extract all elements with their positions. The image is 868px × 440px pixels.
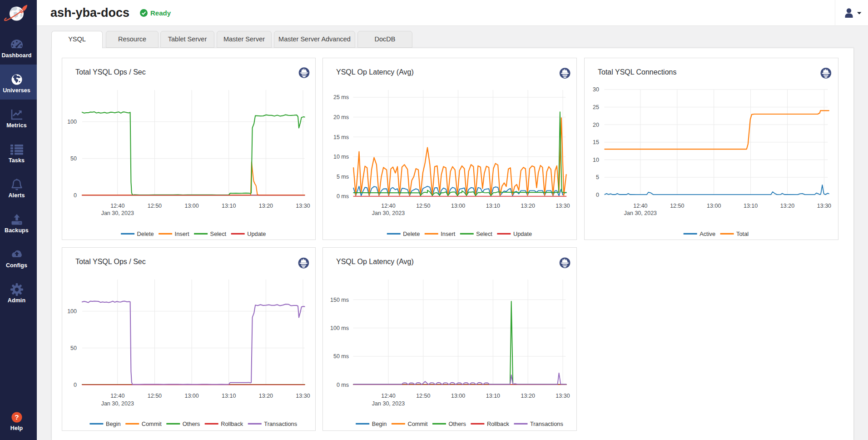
svg-text:13:10: 13:10 xyxy=(744,203,758,209)
svg-text:Delete: Delete xyxy=(403,230,420,237)
svg-text:30: 30 xyxy=(593,86,599,93)
svg-text:Total: Total xyxy=(736,230,749,237)
svg-text:10: 10 xyxy=(593,157,599,163)
svg-text:150 ms: 150 ms xyxy=(330,297,349,303)
svg-text:12:40: 12:40 xyxy=(381,203,395,209)
svg-text:13:00: 13:00 xyxy=(451,393,465,399)
svg-text:12:50: 12:50 xyxy=(670,203,684,209)
svg-text:13:00: 13:00 xyxy=(451,203,465,209)
svg-text:13:00: 13:00 xyxy=(184,203,198,209)
svg-text:Others: Others xyxy=(449,420,466,427)
svg-text:12:50: 12:50 xyxy=(416,203,430,209)
svg-text:13:20: 13:20 xyxy=(259,393,273,399)
svg-text:Update: Update xyxy=(247,230,266,237)
svg-text:Begin: Begin xyxy=(372,420,387,427)
svg-text:5 ms: 5 ms xyxy=(337,174,349,180)
svg-text:12:40: 12:40 xyxy=(110,393,124,399)
svg-text:100: 100 xyxy=(67,119,77,125)
svg-text:20 ms: 20 ms xyxy=(333,114,349,120)
svg-text:13:10: 13:10 xyxy=(486,393,500,399)
svg-text:13:30: 13:30 xyxy=(817,203,831,209)
svg-text:13:00: 13:00 xyxy=(184,393,198,399)
svg-text:13:20: 13:20 xyxy=(521,203,535,209)
svg-text:13:20: 13:20 xyxy=(780,203,794,209)
svg-text:Transactions: Transactions xyxy=(530,420,563,427)
svg-text:Commit: Commit xyxy=(142,420,162,427)
svg-text:50 ms: 50 ms xyxy=(333,353,349,360)
svg-text:Select: Select xyxy=(476,230,492,237)
svg-text:50: 50 xyxy=(70,345,77,351)
svg-text:12:50: 12:50 xyxy=(148,393,162,399)
svg-text:25 ms: 25 ms xyxy=(333,94,349,100)
svg-text:Rollback: Rollback xyxy=(487,420,510,427)
svg-text:0: 0 xyxy=(596,192,599,198)
svg-text:13:30: 13:30 xyxy=(296,393,310,399)
svg-text:Active: Active xyxy=(699,230,715,237)
svg-text:13:10: 13:10 xyxy=(222,393,236,399)
svg-text:15 ms: 15 ms xyxy=(333,134,349,140)
svg-text:12:40: 12:40 xyxy=(633,203,647,209)
svg-text:13:20: 13:20 xyxy=(259,203,273,209)
svg-text:Select: Select xyxy=(210,230,227,237)
svg-text:10 ms: 10 ms xyxy=(333,154,349,160)
svg-text:20: 20 xyxy=(593,122,599,128)
svg-text:Jan 30, 2023: Jan 30, 2023 xyxy=(372,210,405,216)
svg-text:Commit: Commit xyxy=(407,420,428,427)
svg-text:12:40: 12:40 xyxy=(381,393,395,399)
svg-text:?: ? xyxy=(15,413,19,421)
svg-text:13:30: 13:30 xyxy=(296,203,310,209)
svg-text:12:50: 12:50 xyxy=(148,203,162,209)
svg-text:Jan 30, 2023: Jan 30, 2023 xyxy=(372,400,405,407)
svg-text:0: 0 xyxy=(74,192,77,199)
svg-text:15: 15 xyxy=(593,139,599,145)
svg-text:0 ms: 0 ms xyxy=(337,382,349,388)
svg-text:Insert: Insert xyxy=(175,230,189,237)
svg-text:Begin: Begin xyxy=(106,420,121,427)
svg-text:0 ms: 0 ms xyxy=(337,193,349,200)
svg-text:13:20: 13:20 xyxy=(521,393,535,399)
svg-text:Jan 30, 2023: Jan 30, 2023 xyxy=(624,210,657,216)
svg-text:Jan 30, 2023: Jan 30, 2023 xyxy=(101,210,134,216)
svg-text:Rollback: Rollback xyxy=(221,420,243,427)
svg-text:Update: Update xyxy=(513,230,532,237)
svg-text:13:30: 13:30 xyxy=(556,203,570,209)
svg-text:12:40: 12:40 xyxy=(110,203,124,209)
svg-text:50: 50 xyxy=(70,155,77,162)
svg-text:0: 0 xyxy=(74,382,77,388)
svg-text:5: 5 xyxy=(596,174,599,180)
svg-text:Insert: Insert xyxy=(441,230,455,237)
svg-text:13:10: 13:10 xyxy=(222,203,236,209)
svg-text:13:30: 13:30 xyxy=(556,393,570,399)
svg-text:Delete: Delete xyxy=(137,230,154,237)
svg-text:13:10: 13:10 xyxy=(486,203,500,209)
svg-text:100: 100 xyxy=(67,308,77,315)
svg-text:100 ms: 100 ms xyxy=(330,325,349,331)
svg-text:Jan 30, 2023: Jan 30, 2023 xyxy=(101,400,134,407)
svg-text:Transactions: Transactions xyxy=(264,420,297,427)
svg-text:25: 25 xyxy=(593,104,599,110)
svg-text:Others: Others xyxy=(183,420,200,427)
svg-text:13:00: 13:00 xyxy=(707,203,721,209)
svg-text:12:50: 12:50 xyxy=(416,393,430,399)
